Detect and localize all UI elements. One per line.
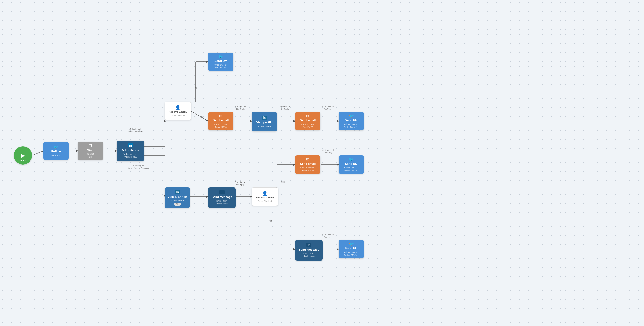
yes-mid-label: Yes xyxy=(281,181,285,183)
linkedin-icon: in xyxy=(128,143,133,147)
follow-label: Follow xyxy=(51,150,61,153)
send-message-2-sub1: DM 1 - Sent xyxy=(304,252,314,255)
has-pro-email-top-label: Has Pro Email? xyxy=(169,110,187,113)
add-relation-label: Add relation xyxy=(122,148,139,152)
send-email-3-sub2: Email #ad29 xyxy=(302,169,314,172)
send-dm-4-label: Send DM xyxy=(345,247,358,250)
clock-icon: ⏱ xyxy=(88,144,92,148)
visit-enrich-sub: Profile Visited xyxy=(171,199,184,202)
has-pro-email-mid-node[interactable]: 👤 Has Pro Email? Email Checked xyxy=(252,187,278,206)
visit-enrich-label: Visit & Enrich xyxy=(168,195,187,199)
visit-profile-label: Visit profile xyxy=(256,121,272,124)
twitter-icon-right: 🐦 xyxy=(349,114,354,119)
visit-profile-sub: Profile Visited xyxy=(258,125,271,128)
send-email-2-sub1: Email 2 - Sent xyxy=(302,123,314,126)
old-badge: Old xyxy=(174,203,181,206)
send-dm-3-sub2: Twitter DM #a... xyxy=(344,169,358,172)
twitter-icon: 🐦 xyxy=(54,145,58,150)
workflow-canvas: ▶ Start 🐦 Follow #1 Follow ⏱ Wait #2 Wai… xyxy=(0,0,644,326)
yes-top-label: Yes xyxy=(199,115,203,118)
linkedin-icon-enrich: in xyxy=(175,190,180,194)
send-dm-top-label: Send DM xyxy=(214,59,227,63)
send-email-2-sub2: Email #df85 xyxy=(302,126,313,129)
twitter-icon-3: 🐦 xyxy=(349,157,354,162)
after7d-2-label: ⏱ If After 7d No Reply xyxy=(279,106,290,110)
visit-enrich-node[interactable]: in Visit & Enrich Profile Visited Old xyxy=(165,187,190,208)
send-dm-4-sub1: Twitter DM - S... xyxy=(344,251,359,254)
send-message-sub1: DM 1 - Sent xyxy=(216,200,228,203)
after7d-5-label: ⏱ If After 7d No reply xyxy=(322,234,334,238)
twitter-icon-dm-top: 🐦 xyxy=(218,54,223,59)
send-message-sub2: Linkedin mess... xyxy=(214,202,229,205)
wait-label: Wait xyxy=(88,148,94,152)
send-dm-4-sub2: Twitter DM #b... xyxy=(344,254,358,257)
start-node[interactable]: ▶ Start xyxy=(14,146,32,165)
follow-sub: #1 Follow xyxy=(52,154,61,157)
send-dm-top-sub2: Twitter DM #a... xyxy=(214,66,228,69)
has-pro-email-top-node[interactable]: 👤 Has Pro Email? Email Checked xyxy=(165,102,191,120)
start-label: Start xyxy=(20,159,26,162)
after7d-3-label: ⏱ If After 7d No Reply xyxy=(322,106,334,110)
send-dm-top-sub1: Twitter DM - S... xyxy=(214,63,228,66)
has-pro-email-mid-sub: Email Checked xyxy=(258,200,272,203)
send-email-1-sub1: Email 1 - Sent xyxy=(214,123,228,126)
send-dm-top-node[interactable]: 🐦 Send DM Twitter DM - S... Twitter DM #… xyxy=(208,52,234,71)
linkedin-icon-msg2: in xyxy=(306,243,312,247)
invite-not-accepted-label: ⏱ If After 4dInvite Not Accepted xyxy=(126,128,144,133)
linkedin-icon-msg: in xyxy=(220,190,224,194)
send-email-2-label: Send email xyxy=(300,119,316,122)
send-email-3-node[interactable]: ✉ Send email Email 1 post D... Email #ad… xyxy=(295,155,320,174)
send-email-3-label: Send email xyxy=(300,162,316,166)
send-message-2-node[interactable]: in Send Message DM 1 - Sent Linkedin mes… xyxy=(295,240,323,261)
after7d-1-label: ⏱ If After 7d No Reply xyxy=(234,106,246,110)
send-message-2-label: Send Message xyxy=(299,248,319,252)
send-message-node[interactable]: in Send Message DM 1 - Sent Linkedin mes… xyxy=(208,187,236,208)
mail-icon-1: ✉ xyxy=(219,114,223,119)
wait-node[interactable]: ⏱ Wait #2 Wait 2d xyxy=(78,142,103,160)
after7d-4-label: ⏱ If After 7d No Reply xyxy=(322,149,334,154)
no-mid-label: No xyxy=(269,220,272,222)
when-accept-label: ⏱ During 4dWhen Accept Request xyxy=(128,165,148,169)
mail-icon-3: ✉ xyxy=(306,157,310,162)
wait-sub2: 2d xyxy=(89,155,92,158)
send-email-1-sub2: Email #7770 xyxy=(215,126,226,129)
send-email-1-label: Send email xyxy=(213,119,229,122)
no-top-label: No xyxy=(195,87,198,89)
send-email-3-sub1: Email 1 post D... xyxy=(300,166,315,169)
send-dm-right-sub2: Twitter DM #d1... xyxy=(344,126,359,129)
send-dm-right-sub1: Twitter DM - S... xyxy=(344,123,359,126)
send-dm-3-label: Send DM xyxy=(345,162,358,166)
person-icon-top: 👤 xyxy=(175,105,181,110)
linkedin-icon-visit: in xyxy=(262,116,267,120)
connection-lines xyxy=(0,0,644,326)
play-icon: ▶ xyxy=(21,152,25,158)
wait-sub1: #2 Wait xyxy=(87,152,94,155)
send-dm-3-node[interactable]: 🐦 Send DM Twitter DM - S... Twitter DM #… xyxy=(339,155,364,174)
person-icon-mid: 👤 xyxy=(262,191,268,196)
svg-line-0 xyxy=(32,151,44,155)
send-dm-right-label: Send DM xyxy=(345,119,358,122)
send-message-2-sub2: Linkedin mess... xyxy=(302,255,316,258)
follow-node[interactable]: 🐦 Follow #1 Follow xyxy=(44,142,69,160)
send-email-1-node[interactable]: ✉ Send email Email 1 - Sent Email #7770 xyxy=(208,112,234,130)
add-relation-sub1: Added on Link... xyxy=(123,153,138,156)
after4d-no-reply-label: ⏱ If After 4d No reply xyxy=(234,181,246,186)
has-pro-email-mid-label: Has Pro Email? xyxy=(256,196,274,199)
send-dm-3-sub1: Twitter DM - S... xyxy=(344,166,359,169)
mail-icon-2: ✉ xyxy=(306,114,310,119)
send-email-2-node[interactable]: ✉ Send email Email 2 - Sent Email #df85 xyxy=(295,112,320,130)
send-dm-4-node[interactable]: 🐦 Send DM Twitter DM - S... Twitter DM #… xyxy=(339,240,364,258)
add-relation-node[interactable]: in Add relation Added on Link... Invite … xyxy=(117,141,144,161)
visit-profile-node[interactable]: in Visit profile Profile Visited xyxy=(252,112,277,131)
twitter-icon-4: 🐦 xyxy=(349,242,354,247)
add-relation-sub2: Invite note #c6... xyxy=(123,155,138,158)
send-dm-right-node[interactable]: 🐦 Send DM Twitter DM - S... Twitter DM #… xyxy=(339,112,364,130)
send-message-label: Send Message xyxy=(212,195,232,199)
has-pro-email-top-sub: Email Checked xyxy=(171,114,185,117)
